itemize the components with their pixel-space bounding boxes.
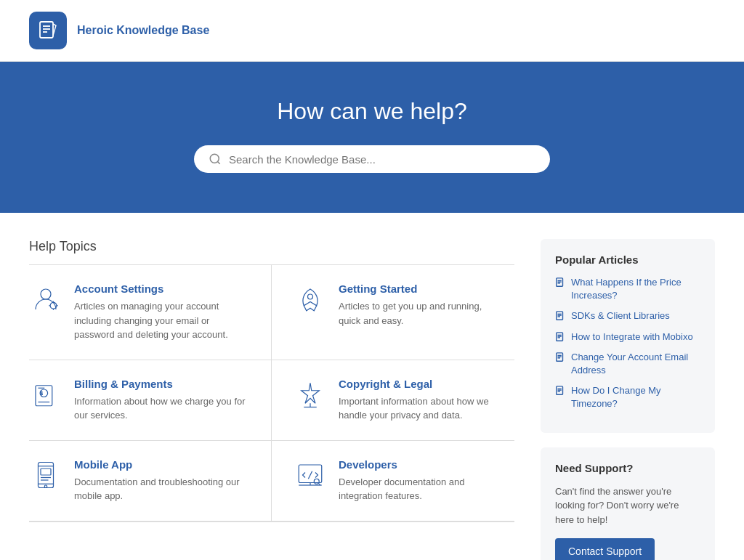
- billing-text: Billing & Payments Information about how…: [74, 378, 249, 423]
- hero-section: How can we help?: [0, 62, 744, 213]
- mobile-title: Mobile App: [74, 458, 249, 471]
- article-link-2[interactable]: How to Integrate with Mobixo: [555, 330, 700, 344]
- divider-bottom: [29, 522, 514, 522]
- getting-started-title: Getting Started: [339, 283, 500, 295]
- svg-rect-13: [36, 385, 52, 405]
- need-support-title: Need Support?: [555, 462, 700, 474]
- topic-item-account-settings[interactable]: Account Settings Articles on managing yo…: [29, 265, 272, 360]
- article-icon-2: [555, 332, 565, 342]
- article-link-1[interactable]: SDKs & Client Libraries: [555, 309, 700, 322]
- developers-text: Developers Developer documentation and i…: [339, 458, 500, 503]
- svg-point-12: [308, 294, 313, 299]
- topic-item-developers[interactable]: Developers Developer documentation and i…: [272, 441, 514, 522]
- account-settings-icon: [29, 283, 62, 316]
- main-content: Help Topics Account Sett: [29, 239, 514, 560]
- account-settings-title: Account Settings: [74, 283, 249, 295]
- article-icon-1: [555, 311, 565, 321]
- legal-title: Copyright & Legal: [339, 378, 500, 390]
- getting-started-text: Getting Started Articles to get you up a…: [339, 283, 500, 328]
- support-text: Can't find the answer you're looking for…: [555, 484, 700, 527]
- legal-icon: [294, 378, 327, 411]
- search-icon: [209, 153, 222, 166]
- sidebar: Popular Articles What Happens If the Pri…: [541, 239, 715, 560]
- account-settings-desc: Articles on managing your account includ…: [74, 299, 249, 342]
- getting-started-desc: Articles to get you up and running, quic…: [339, 299, 500, 328]
- article-icon-0: [555, 277, 565, 288]
- article-icon-4: [555, 386, 565, 396]
- search-bar: [194, 145, 550, 173]
- svg-point-6: [41, 289, 51, 299]
- book-icon: [37, 20, 59, 41]
- developers-title: Developers: [339, 458, 500, 471]
- svg-point-23: [44, 485, 47, 488]
- topics-grid: Account Settings Articles on managing yo…: [29, 265, 514, 522]
- billing-title: Billing & Payments: [74, 378, 249, 390]
- mobile-desc: Documentation and troubleshooting our mo…: [74, 475, 249, 503]
- billing-icon: $: [29, 378, 62, 411]
- article-link-3[interactable]: Change Your Account Email Address: [555, 351, 700, 377]
- hero-title: How can we help?: [15, 98, 729, 125]
- svg-point-4: [210, 154, 219, 163]
- account-settings-text: Account Settings Articles on managing yo…: [74, 283, 249, 342]
- legal-desc: Important information about how we handl…: [339, 394, 500, 423]
- search-input[interactable]: [229, 153, 535, 166]
- popular-articles-card: Popular Articles What Happens If the Pri…: [541, 239, 715, 433]
- developers-desc: Developer documentation and integration …: [339, 475, 500, 503]
- svg-point-31: [314, 479, 319, 484]
- brand-name: Heroic Knowledge Base: [77, 23, 209, 38]
- getting-started-icon: [294, 283, 327, 316]
- topic-item-billing[interactable]: $ Billing & Payments Information about h…: [29, 360, 272, 441]
- article-link-4[interactable]: How Do I Change My Timezone?: [555, 384, 700, 410]
- mobile-icon: [29, 458, 62, 492]
- popular-articles-title: Popular Articles: [555, 253, 700, 266]
- svg-rect-24: [41, 468, 51, 475]
- article-icon-3: [555, 352, 565, 362]
- svg-rect-0: [40, 22, 53, 38]
- topic-item-legal[interactable]: Copyright & Legal Important information …: [272, 360, 514, 441]
- logo: [29, 12, 67, 49]
- topic-item-mobile[interactable]: Mobile App Documentation and troubleshoo…: [29, 441, 272, 522]
- header: Heroic Knowledge Base: [0, 0, 744, 62]
- article-link-0[interactable]: What Happens If the Price Increases?: [555, 276, 700, 302]
- billing-desc: Information about how we charge you for …: [74, 394, 249, 423]
- section-title: Help Topics: [29, 239, 514, 254]
- developers-icon: [294, 458, 327, 492]
- need-support-card: Need Support? Can't find the answer you'…: [541, 447, 715, 561]
- topic-item-getting-started[interactable]: Getting Started Articles to get you up a…: [272, 265, 514, 360]
- svg-line-30: [308, 471, 312, 479]
- contact-support-button[interactable]: Contact Support: [555, 538, 655, 560]
- svg-line-5: [217, 161, 219, 163]
- svg-text:$: $: [40, 390, 43, 395]
- content-area: Help Topics Account Sett: [0, 213, 744, 560]
- mobile-text: Mobile App Documentation and troubleshoo…: [74, 458, 249, 503]
- legal-text: Copyright & Legal Important information …: [339, 378, 500, 423]
